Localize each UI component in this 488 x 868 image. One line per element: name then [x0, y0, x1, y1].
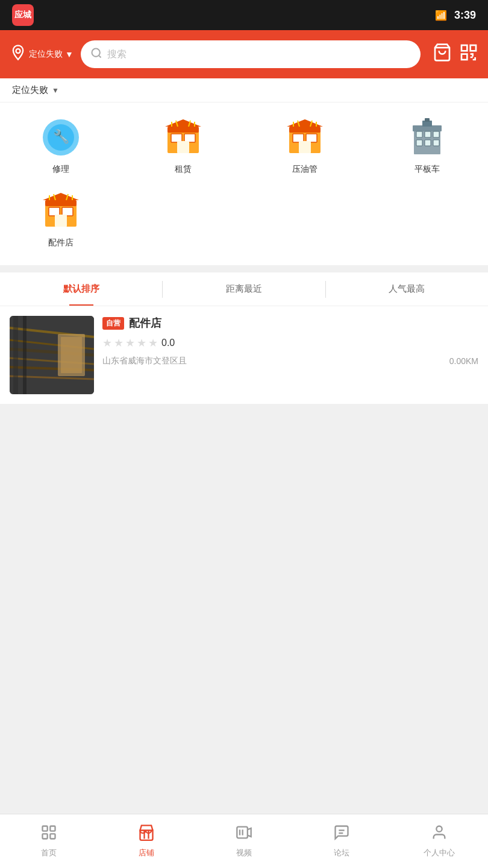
- nav-label-shop: 店铺: [139, 848, 154, 858]
- svg-rect-21: [293, 134, 304, 142]
- store-rating-row: ★ ★ ★ ★ ★ 0.0: [102, 336, 478, 350]
- forum-icon: [333, 824, 350, 845]
- category-item-oil[interactable]: 压油管: [244, 108, 366, 182]
- svg-rect-12: [184, 134, 195, 142]
- scan-button[interactable]: [459, 43, 478, 66]
- sort-bar: 默认排序 距离最近 人气最高: [0, 272, 488, 306]
- category-item-parts[interactable]: 配件店: [0, 182, 122, 256]
- svg-line-2: [99, 55, 101, 57]
- category-label-flatcar: 平板车: [414, 164, 440, 175]
- location-button[interactable]: 定位失败 ▼: [10, 44, 74, 64]
- wifi-icon: 📶: [435, 10, 447, 21]
- shop-icon: [138, 824, 155, 845]
- svg-marker-45: [43, 193, 79, 200]
- location-fail-dropdown: ▼: [52, 86, 59, 95]
- nav-label-profile: 个人中心: [424, 848, 455, 858]
- repair-icon: 🔧: [39, 116, 83, 159]
- location-fail-label: 定位失败: [12, 84, 48, 96]
- status-bar: 应城 📶 3:39: [0, 0, 488, 30]
- store-info: 自营 配件店 ★ ★ ★ ★ ★ 0.0 山东省威海市文登区且 0.00KM: [102, 316, 478, 394]
- svg-rect-41: [49, 207, 60, 216]
- store-title-row: 自营 配件店: [102, 316, 478, 330]
- svg-rect-39: [425, 118, 430, 122]
- section-divider: [0, 265, 488, 272]
- category-label-rent: 租赁: [175, 164, 192, 175]
- sort-popular[interactable]: 人气最高: [326, 272, 488, 306]
- nav-item-video[interactable]: 视频: [195, 814, 293, 868]
- svg-rect-4: [461, 45, 467, 51]
- category-item-rent[interactable]: 租赁: [122, 108, 245, 182]
- header: 定位失败 ▼ 搜索: [0, 30, 488, 78]
- sort-nearest[interactable]: 距离最近: [163, 272, 325, 306]
- svg-rect-6: [461, 54, 467, 59]
- parts-icon: [39, 189, 83, 233]
- svg-rect-32: [416, 131, 422, 137]
- location-dropdown-arrow: ▼: [65, 49, 74, 59]
- status-time: 3:39: [454, 9, 476, 22]
- flatcar-icon: [405, 116, 449, 159]
- category-label-parts: 配件店: [48, 237, 74, 248]
- store-card[interactable]: 自营 配件店 ★ ★ ★ ★ ★ 0.0 山东省威海市文登区且 0.00KM: [0, 306, 488, 404]
- store-thumbnail: [10, 316, 94, 394]
- sort-default[interactable]: 默认排序: [0, 272, 162, 306]
- svg-rect-22: [306, 134, 317, 142]
- category-label-oil: 压油管: [292, 164, 318, 175]
- svg-marker-15: [165, 119, 201, 127]
- svg-rect-24: [289, 127, 321, 133]
- nav-item-forum[interactable]: 论坛: [293, 814, 390, 868]
- svg-rect-60: [61, 337, 82, 373]
- svg-rect-62: [50, 826, 55, 831]
- svg-rect-14: [167, 127, 199, 133]
- bottom-nav: 首页 店铺 视频: [0, 814, 488, 868]
- svg-rect-42: [62, 207, 73, 216]
- nav-item-home[interactable]: 首页: [0, 814, 98, 868]
- svg-rect-33: [425, 131, 431, 137]
- nav-label-forum: 论坛: [334, 848, 349, 858]
- rent-icon: [161, 116, 205, 159]
- store-list: 自营 配件店 ★ ★ ★ ★ ★ 0.0 山东省威海市文登区且 0.00KM: [0, 306, 488, 404]
- self-operated-badge: 自营: [102, 317, 124, 330]
- main-content: 定位失败 ▼ 🔧 修理: [0, 78, 488, 857]
- svg-rect-11: [171, 134, 182, 142]
- svg-rect-37: [433, 140, 439, 146]
- svg-rect-5: [471, 45, 476, 51]
- svg-rect-36: [425, 140, 431, 146]
- svg-point-0: [16, 49, 20, 53]
- star-1: ★: [102, 336, 112, 350]
- search-icon: [90, 47, 102, 62]
- svg-rect-34: [433, 131, 439, 137]
- store-address-row: 山东省威海市文登区且 0.00KM: [102, 356, 478, 366]
- star-2: ★: [114, 336, 124, 350]
- category-item-flatcar[interactable]: 平板车: [366, 108, 489, 182]
- nav-item-profile[interactable]: 个人中心: [390, 814, 488, 868]
- nav-label-home: 首页: [41, 848, 57, 858]
- cart-button[interactable]: [433, 43, 452, 66]
- oil-icon: [283, 116, 327, 159]
- nav-item-shop[interactable]: 店铺: [98, 814, 195, 868]
- home-icon: [40, 824, 57, 845]
- video-icon: [236, 824, 252, 845]
- star-5: ★: [148, 336, 158, 350]
- svg-rect-64: [50, 834, 55, 838]
- svg-rect-35: [416, 140, 422, 146]
- svg-point-70: [436, 826, 442, 832]
- search-bar[interactable]: 搜索: [81, 40, 421, 68]
- location-fail-text: 定位失败: [29, 49, 63, 60]
- category-item-repair[interactable]: 🔧 修理: [0, 108, 122, 182]
- category-label-repair: 修理: [52, 164, 69, 175]
- svg-rect-23: [299, 141, 311, 153]
- store-name: 配件店: [129, 316, 161, 330]
- store-address: 山东省威海市文登区且: [102, 356, 187, 366]
- category-section: 🔧 修理: [0, 102, 488, 265]
- store-distance: 0.00KM: [449, 356, 478, 366]
- svg-rect-44: [45, 200, 77, 206]
- location-fail-bar[interactable]: 定位失败 ▼: [0, 78, 488, 102]
- svg-marker-25: [287, 119, 323, 127]
- location-icon: [10, 44, 27, 64]
- svg-text:🔧: 🔧: [53, 128, 70, 145]
- profile-icon: [431, 824, 448, 845]
- category-grid: 🔧 修理: [0, 108, 488, 256]
- nav-label-video: 视频: [236, 848, 252, 858]
- store-thumb-image: [10, 316, 94, 394]
- svg-rect-43: [55, 215, 67, 227]
